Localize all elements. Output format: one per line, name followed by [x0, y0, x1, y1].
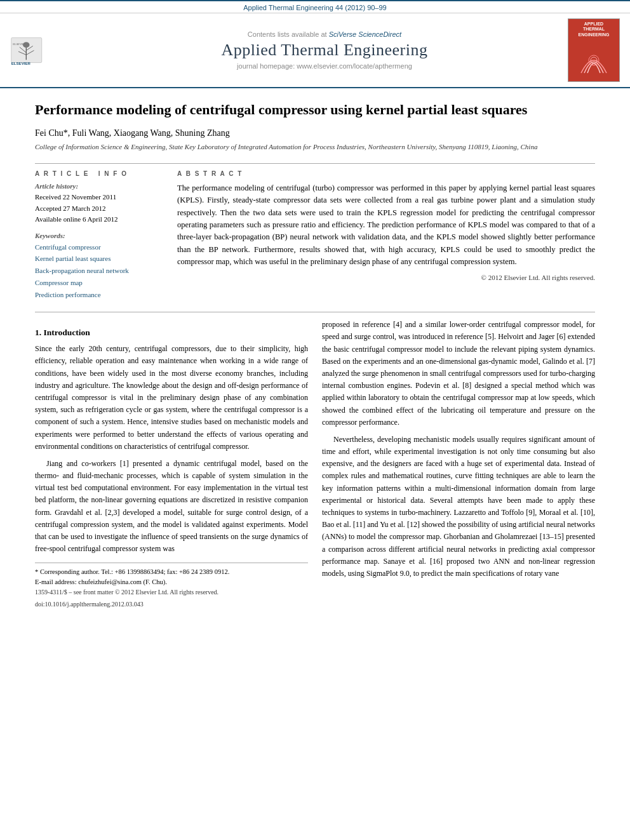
divider-after-abstract	[35, 312, 595, 312]
svg-rect-10	[575, 41, 613, 76]
keywords-label: Keywords:	[35, 232, 162, 239]
main-content: Performance modeling of centrifugal comp…	[0, 88, 630, 622]
svg-text:ELSEVIER: ELSEVIER	[11, 61, 31, 65]
journal-header-center: Contents lists available at SciVerse Sci…	[90, 18, 559, 82]
section1-heading: 1. Introduction	[35, 328, 308, 338]
journal-header: ELSEVIER ELSEVIER Contents lists availab…	[0, 13, 630, 88]
cover-title: APPLIED THERMAL ENGINEERING	[578, 22, 609, 37]
affiliation: College of Information Science & Enginee…	[35, 142, 595, 152]
elsevier-logo-icon: ELSEVIER ELSEVIER	[8, 35, 65, 65]
body-col-right: proposed in reference [4] and a similar …	[322, 319, 595, 609]
copyright-line: © 2012 Elsevier Ltd. All rights reserved…	[177, 274, 595, 281]
elsevier-logo-area: ELSEVIER ELSEVIER	[8, 18, 84, 82]
footnote-area: * Corresponding author. Tel.: +86 139988…	[35, 563, 308, 609]
journal-homepage: journal homepage: www.elsevier.com/locat…	[90, 62, 559, 70]
section1-para2: Jiang and co-workers [1] presented a dyn…	[35, 458, 308, 556]
authors-line: Fei Chu*, Fuli Wang, Xiaogang Wang, Shun…	[35, 128, 595, 138]
doi-line: doi:10.1016/j.applthermaleng.2012.03.043	[35, 599, 308, 609]
abstract-col: A B S T R A C T The performance modeling…	[177, 170, 595, 300]
sciverse-line: Contents lists available at SciVerse Sci…	[90, 30, 559, 38]
article-dates: Received 22 November 2011 Accepted 27 Ma…	[35, 192, 162, 225]
keyword-3: Back-propagation neural network	[35, 265, 162, 277]
keyword-1: Centrifugal compressor	[35, 241, 162, 253]
sciverse-link[interactable]: SciVerse ScienceDirect	[329, 30, 402, 38]
keywords-list: Centrifugal compressor Kernel partial le…	[35, 241, 162, 300]
info-abstract-section: A R T I C L E I N F O Article history: R…	[35, 170, 595, 300]
journal-title: Applied Thermal Engineering	[90, 41, 559, 60]
accepted-date: Accepted 27 March 2012	[35, 203, 162, 215]
section1-right-para2: Nevertheless, developing mechanistic mod…	[322, 434, 595, 580]
article-info-col: A R T I C L E I N F O Article history: R…	[35, 170, 162, 300]
section1-para1: Since the early 20th century, centrifuga…	[35, 343, 308, 453]
journal-citation: Applied Thermal Engineering 44 (2012) 90…	[243, 4, 386, 11]
issn-line: 1359-4311/$ – see front matter © 2012 El…	[35, 587, 308, 597]
cover-graphic-icon	[575, 41, 613, 76]
article-info-heading: A R T I C L E I N F O	[35, 170, 162, 177]
divider-after-affiliation	[35, 163, 595, 164]
available-online-date: Available online 6 April 2012	[35, 214, 162, 225]
email-address: E-mail address: chufeizhufei@sina.com (F…	[35, 577, 308, 587]
body-two-col: 1. Introduction Since the early 20th cen…	[35, 319, 595, 609]
journal-cover-area: APPLIED THERMAL ENGINEERING	[565, 18, 622, 82]
body-col-left: 1. Introduction Since the early 20th cen…	[35, 319, 308, 609]
svg-point-8	[23, 42, 29, 48]
abstract-heading: A B S T R A C T	[177, 170, 595, 177]
keyword-2: Kernel partial least squares	[35, 253, 162, 265]
article-title: Performance modeling of centrifugal comp…	[35, 101, 595, 119]
journal-cover-image: APPLIED THERMAL ENGINEERING	[568, 18, 620, 82]
abstract-text: The performance modeling of centrifugal …	[177, 182, 595, 269]
received-date: Received 22 November 2011	[35, 192, 162, 203]
keyword-4: Compressor map	[35, 277, 162, 289]
article-history-label: Article history:	[35, 182, 162, 190]
section1-right-para1: proposed in reference [4] and a similar …	[322, 319, 595, 429]
keyword-5: Prediction performance	[35, 289, 162, 301]
corresponding-author: * Corresponding author. Tel.: +86 139988…	[35, 567, 308, 577]
journal-top-bar: Applied Thermal Engineering 44 (2012) 90…	[0, 0, 630, 13]
